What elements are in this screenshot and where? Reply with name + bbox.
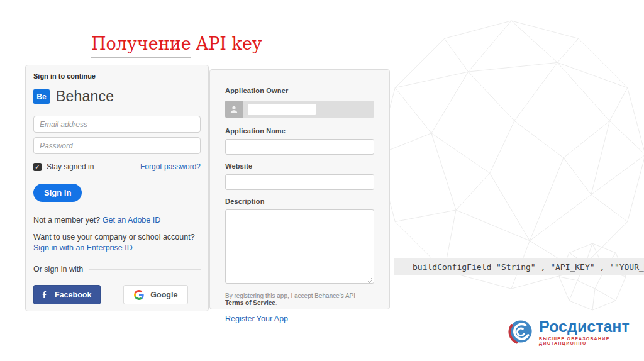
enterprise-id-link[interactable]: Sign in with an Enterprise ID: [33, 243, 133, 252]
code-snippet-bar: buildConfigField "String" , "API_KEY" , …: [394, 258, 644, 275]
or-sign-in-row: Or sign in with: [33, 265, 201, 274]
or-sign-in-label: Or sign in with: [33, 265, 83, 274]
rosdistant-globe-icon: [508, 317, 533, 346]
application-owner-label: Application Owner: [225, 87, 289, 94]
google-button-label: Google: [150, 291, 177, 299]
app-register-panel: Application Owner Application Name Websi…: [209, 69, 390, 309]
website-label: Website: [225, 162, 374, 170]
signin-heading: Sign in to continue: [33, 72, 201, 80]
behance-logo-icon: Bē: [33, 89, 50, 104]
wireframe-sphere-large: [376, 10, 644, 301]
rosdistant-logo: Росдистант ВЫСШЕЕ ОБРАЗОВАНИЕ ДИСТАНЦИОН…: [508, 317, 644, 346]
slide: ПолучениеAPI key Sign in to continue Bē …: [0, 0, 644, 361]
rosdistant-name: Росдистант: [539, 318, 644, 335]
title-rest: API key: [196, 34, 262, 53]
sign-in-button[interactable]: Sign in: [33, 184, 82, 202]
description-wrap: [225, 209, 374, 286]
wireframe-sphere-small: [557, 242, 629, 313]
terms-prefix: By registering this app, I accept Behanc…: [225, 292, 355, 299]
page-title: ПолучениеAPI key: [91, 34, 262, 58]
stay-signed-in-row: Stay signed in Forgot password?: [33, 162, 201, 171]
terms-line: By registering this app, I accept Behanc…: [225, 292, 374, 306]
behance-brand: Bē Behance: [33, 88, 201, 105]
rosdistant-tagline: ВЫСШЕЕ ОБРАЗОВАНИЕ ДИСТАНЦИОННО: [539, 336, 644, 345]
avatar: [225, 101, 243, 118]
social-buttons-row: Facebook Google: [33, 285, 201, 304]
application-name-label: Application Name: [225, 127, 374, 135]
code-snippet-text: buildConfigField "String" , "API_KEY" , …: [394, 262, 644, 272]
website-input[interactable]: [225, 174, 374, 190]
password-field[interactable]: [33, 137, 201, 154]
google-icon: [134, 290, 144, 300]
facebook-icon: [40, 291, 48, 299]
description-label: Description: [225, 197, 374, 205]
title-underlined-word: Получение: [91, 34, 191, 58]
stay-signed-in-checkbox[interactable]: [33, 163, 42, 171]
facebook-button-label: Facebook: [55, 291, 91, 299]
application-owner-bar: [225, 101, 374, 118]
rosdistant-logo-text: Росдистант ВЫСШЕЕ ОБРАЗОВАНИЕ ДИСТАНЦИОН…: [539, 318, 644, 345]
google-button[interactable]: Google: [123, 285, 188, 304]
forgot-password-link[interactable]: Forgot password?: [140, 162, 201, 171]
facebook-button[interactable]: Facebook: [33, 285, 101, 304]
company-question: Want to use your company or school accou…: [33, 232, 201, 243]
person-icon: [229, 104, 239, 114]
owner-name-redacted: [248, 104, 316, 115]
enterprise-line: Sign in with an Enterprise ID: [33, 243, 201, 252]
not-member-text: Not a member yet?: [33, 216, 100, 225]
behance-signin-panel: Sign in to continue Bē Behance Stay sign…: [25, 65, 209, 311]
description-textarea[interactable]: [225, 209, 374, 284]
terms-suffix: .: [275, 299, 277, 306]
terms-of-service-link[interactable]: Terms of Service: [225, 299, 275, 306]
stay-signed-in-label: Stay signed in: [47, 162, 94, 171]
get-adobe-id-link[interactable]: Get an Adobe ID: [103, 216, 160, 225]
email-field[interactable]: [33, 116, 201, 133]
application-name-input[interactable]: [225, 139, 374, 155]
behance-brand-name: Behance: [56, 88, 114, 105]
divider-line: [89, 269, 201, 270]
not-member-line: Not a member yet? Get an Adobe ID: [33, 216, 201, 225]
register-your-app-link[interactable]: Register Your App: [225, 314, 288, 323]
